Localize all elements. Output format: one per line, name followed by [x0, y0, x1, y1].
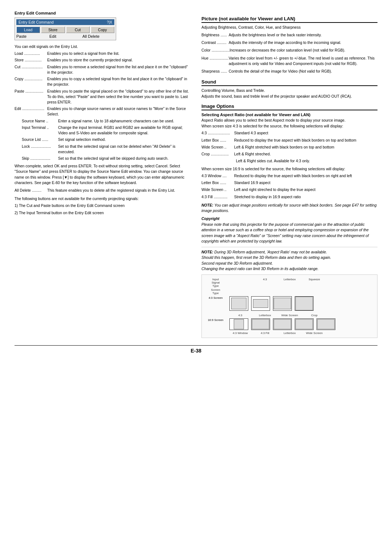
aspect-content: Stretched to display in 16:9 aspect rati… [234, 194, 377, 200]
diagram-row-169screen: 16:9 Screen [205, 318, 374, 330]
note-text: NOTE: You can adjust image positions ver… [201, 203, 377, 213]
selecting-aspect-title: Selecting Aspect Ratio (not available fo… [201, 113, 377, 117]
sharpness-content: Controls the detail of the image for Vid… [229, 69, 377, 74]
diagram-col-header [229, 278, 251, 281]
bullet-2: 2) The Input Terminal button on the Entr… [15, 210, 191, 216]
aspect-label: Crop ................. [201, 151, 234, 157]
list-item: Load ............... Enables you to sele… [15, 51, 191, 56]
entry-edit-box-controls[interactable]: ?|X [107, 20, 112, 24]
sub-item-label: Skip ................... [22, 156, 58, 161]
item-label: Load ............... [15, 51, 47, 56]
sharpness-item: Sharpness ...... Controls the detail of … [201, 69, 377, 74]
following-text: The following buttons are not available … [15, 196, 191, 201]
diagram-cell [251, 296, 270, 311]
when-169-text: When screen size 16:9 is selected for th… [201, 167, 377, 171]
diagram-169-second-row-labels: 4:3 Window 4:3 Fill Letterbox Wide Scree… [205, 331, 374, 335]
aspect-43window-item: 4:3 Window .... Reduced to display the t… [201, 173, 377, 179]
paste-button[interactable]: Paste [16, 34, 48, 38]
sub-list-item: Lock ................... Set so that the… [15, 144, 191, 155]
page-footer: E-38 [15, 345, 377, 354]
complete-text: When complete, select OK and press ENTER… [15, 163, 191, 186]
contrast-label: Contrast ......... [201, 40, 229, 45]
aspect-43-item: 4:3 ..................... Standard 4:3 a… [201, 130, 377, 136]
crop-sub-text: Left & Right sides cut. Available for 4:… [201, 158, 377, 164]
item-label: All Delete ......... [15, 188, 47, 193]
aspect-43fill-item: 4:3 Fill ............. Stretched to disp… [201, 194, 377, 200]
aspect-content: Reduced to display the true aspect with … [234, 138, 377, 143]
item-content: Enables you to copy a selected signal fr… [47, 76, 191, 87]
diagram-col-header: 4:3 Window [229, 331, 251, 335]
item-label: Cut .................... [15, 64, 47, 75]
sub-item-label: Source Name .. [22, 118, 58, 124]
when-43-text: When screen size 4:3 is selected for the… [201, 124, 377, 128]
aspect-label: Wide Screen .. [201, 144, 234, 150]
aspect-crop-item: Crop ................. Left & Right stre… [201, 151, 377, 157]
picture-section-title: Picture (not available for Viewer and LA… [201, 16, 377, 23]
copy-button[interactable]: Copy [91, 27, 114, 33]
edit-button[interactable]: Edit [49, 34, 81, 38]
sub-item-content: Set so that the selected signal will be … [58, 156, 191, 161]
color-label: Color ................. [201, 48, 230, 53]
item-content: Enables you to change source names or ad… [47, 106, 191, 117]
copyright-title: Copyright [201, 216, 377, 221]
cut-button[interactable]: Cut [66, 27, 90, 33]
aspect-widescreen2-item: Wide Screen .. Left and right streched t… [201, 187, 377, 192]
aspect-letterbox2-item: Letter Box ...... Standard 16:9 aspect [201, 180, 377, 186]
color-content: Increases or decreases the color saturat… [230, 48, 377, 53]
aspect-content: Left and right streched to display the t… [234, 187, 377, 192]
all-delete-button[interactable]: All Delete [82, 34, 114, 38]
load-button[interactable]: Load [16, 27, 40, 33]
list-item: Copy ................. Enables you to co… [15, 76, 191, 87]
item-label: Copy ................. [15, 76, 47, 87]
list-item: Paste ................. Enables you to p… [15, 89, 191, 105]
item-content: This feature enables you to delete all t… [47, 188, 191, 193]
right-column: Picture (not available for Viewer and LA… [201, 11, 377, 338]
item-content: Enables you to remove a selected signal … [47, 64, 191, 75]
diagram-col-header: Squeeze [303, 278, 325, 281]
diagram-row-43screen: 4:3 Screen [205, 296, 374, 311]
sub-item-label: Source List ...... [22, 137, 58, 142]
item-content: Enables you to select a signal from the … [47, 51, 191, 56]
entry-edit-title: Entry Edit Command [15, 11, 191, 15]
entry-edit-grid-row1: Load Store Cut Copy [16, 27, 114, 33]
list-item: Cut .................... Enables you to … [15, 64, 191, 75]
aspect-diagram: Input Signal Type Screen Type 4:3 Letter… [201, 274, 377, 338]
sound-section: Sound Controllling Volume, Bass and Treb… [201, 79, 377, 98]
sub-item-label: Input Terminal .. [22, 125, 58, 136]
sub-item-content: Change the input terminal. RGB1 and RGB2… [58, 125, 191, 136]
item-label: Store ................ [15, 57, 47, 63]
entry-edit-description: You can edit signals on the Entry List. … [15, 44, 191, 216]
intro-text: You can edit signals on the Entry List. [15, 44, 191, 49]
diagram-col-header: 4:3 [254, 278, 276, 281]
diagram-169-header-row: 4:3 Letterbox Wide Screen Crop [205, 314, 374, 317]
brightness-label: Brightness ...... [201, 32, 229, 38]
sound-text: Adjusts the sound, bass and treble level… [201, 94, 377, 98]
diagram-cell [251, 318, 270, 330]
hue-item: Hue .................. Varies the color … [201, 56, 377, 66]
diagram-col-header: Wide Screen [279, 314, 301, 317]
diagram-cell [295, 318, 314, 330]
item-label: Edit ..................... [15, 106, 47, 117]
entry-edit-box: Entry Edit Command ?|X Load Store Cut Co… [15, 17, 116, 40]
picture-subtitle: Adjusting Brightness, Contrast, Color, H… [201, 25, 377, 29]
all-delete-item: All Delete ......... This feature enable… [15, 188, 191, 193]
copyright-text: Please note that using this projector fo… [201, 222, 377, 244]
list-item: Store ................ Enables you to st… [15, 57, 191, 63]
sound-subtitle: Controllling Volume, Bass and Treble. [201, 88, 377, 93]
contrast-content: Adjusts the intensity of the image accor… [229, 40, 377, 45]
aspect-label: 4:3 Window .... [201, 173, 234, 179]
image-options-section: Image Options Selecting Aspect Ratio (no… [201, 103, 377, 338]
picture-section: Picture (not available for Viewer and LA… [201, 16, 377, 74]
store-button[interactable]: Store [41, 27, 65, 33]
sub-list-item: Source Name .. Enter a signal name. Up t… [15, 118, 191, 124]
aspect-content: Left & Right streched. [234, 151, 377, 157]
aspect-letterbox-item: Letter Box ...... Reduced to display the… [201, 138, 377, 143]
diagram-header-row: Input Signal Type Screen Type 4:3 Letter… [205, 278, 374, 295]
diagram-header-cell: Input Signal Type Screen Type [205, 278, 226, 295]
sub-list-item: Source List ...... Set signal selection … [15, 137, 191, 142]
sub-item-content: Set so that the selected signal can not … [58, 144, 191, 155]
diagram-col-header: Letterbox [254, 314, 276, 317]
aspect-label: Wide Screen .. [201, 187, 234, 192]
note-block: NOTE: During 3D Reform adjustment, 'Aspe… [201, 247, 377, 272]
item-label: Paste ................. [15, 89, 47, 105]
